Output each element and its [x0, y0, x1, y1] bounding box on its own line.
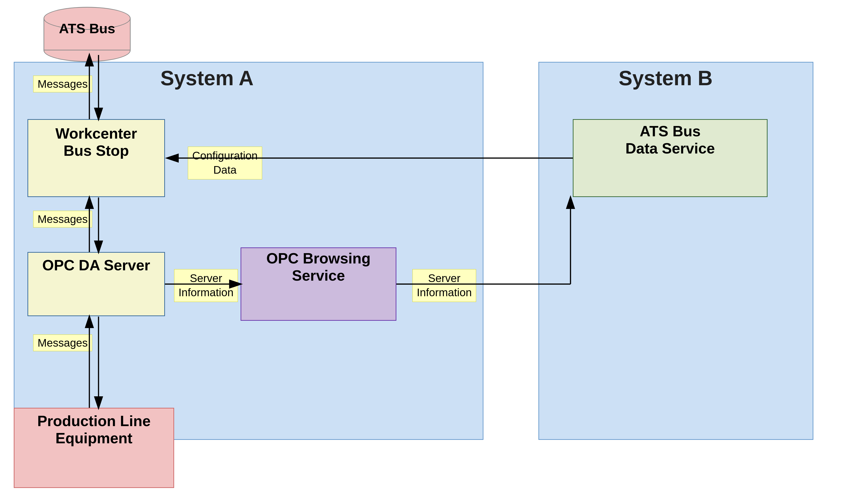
ats-bus: ATS Bus — [43, 7, 130, 53]
ats-bus-label: ATS Bus — [43, 21, 130, 36]
system-a-label: System A — [160, 67, 254, 90]
diagram-container: ATS Bus System A System B Workcenter Bus… — [0, 0, 842, 504]
production-label: Production Line Equipment — [15, 412, 173, 447]
messages-label-2: Messages — [33, 211, 92, 228]
server-info-label-1: ServerInformation — [174, 269, 238, 302]
messages-label-1: Messages — [33, 76, 92, 92]
opc-da-label: OPC DA Server — [29, 256, 164, 274]
opc-browsing-label: OPC Browsing Service — [242, 250, 395, 284]
config-data-label: ConfigurationData — [188, 147, 262, 179]
system-b-box — [538, 62, 813, 440]
ats-data-label: ATS Bus Data Service — [575, 123, 765, 157]
workcenter-label: Workcenter Bus Stop — [29, 125, 164, 159]
system-b-label: System B — [619, 67, 713, 90]
messages-label-3: Messages — [33, 335, 92, 351]
server-info-label-2: ServerInformation — [412, 269, 476, 302]
